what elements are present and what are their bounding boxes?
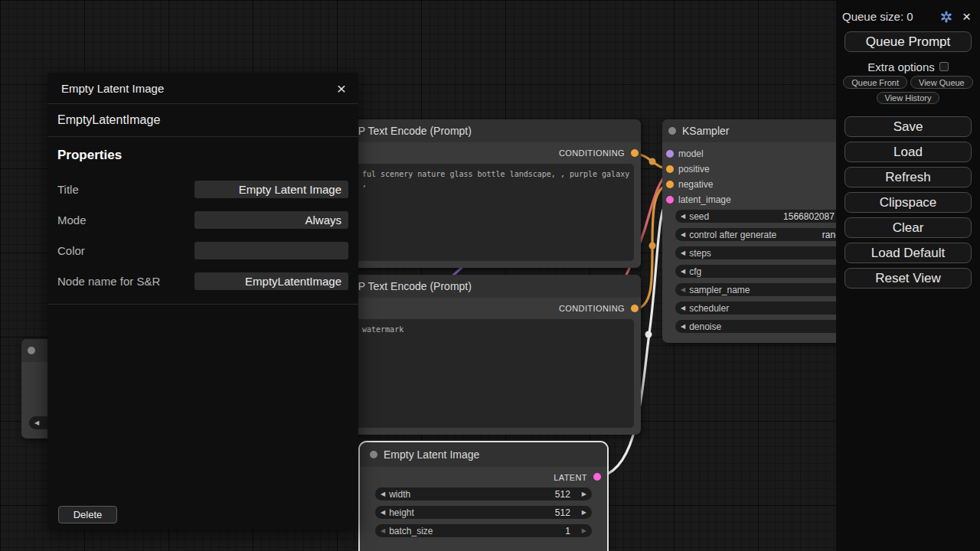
property-label: Node name for S&R bbox=[57, 275, 160, 288]
extra-options-checkbox[interactable] bbox=[939, 62, 949, 71]
input-label: latent_image bbox=[678, 194, 731, 205]
input-label: model bbox=[678, 148, 704, 159]
widget-name: denoise bbox=[689, 321, 721, 332]
node-title: KSampler bbox=[682, 125, 729, 137]
queue-prompt-button[interactable]: Queue Prompt bbox=[844, 31, 972, 52]
extra-options-row: Extra options bbox=[836, 60, 980, 73]
prompt-textarea[interactable]: watermark bbox=[328, 319, 634, 428]
node-name-input[interactable]: EmptyLatentImage bbox=[194, 272, 348, 290]
color-input[interactable] bbox=[194, 242, 348, 259]
mode-select[interactable]: Always bbox=[194, 211, 348, 229]
collapse-dot-icon[interactable] bbox=[370, 451, 377, 458]
property-value: EmptyLatentImage bbox=[245, 275, 341, 288]
node-header[interactable]: CLIP Text Encode (Prompt) bbox=[322, 119, 641, 142]
output-slot-row: CONDITIONING bbox=[322, 142, 641, 164]
positive-input-dot[interactable] bbox=[666, 165, 674, 173]
property-label: Color bbox=[57, 244, 85, 257]
widget-value: 1566802087 bbox=[783, 211, 835, 222]
load-button[interactable]: Load bbox=[844, 142, 972, 162]
decrement-arrow-icon[interactable]: ◀ bbox=[381, 510, 385, 516]
clipspace-button[interactable]: Clipspace bbox=[844, 192, 972, 213]
node-clip-text-encode-negative[interactable]: CLIP Text Encode (Prompt) CONDITIONING w… bbox=[322, 275, 641, 435]
widget-value: 512 bbox=[555, 507, 570, 518]
width-widget[interactable]: ◀ width 512 ▶ bbox=[375, 487, 592, 500]
increment-arrow-icon[interactable]: ▶ bbox=[582, 491, 586, 497]
title-input[interactable]: Empty Latent Image bbox=[194, 181, 348, 198]
conditioning-output-dot[interactable] bbox=[631, 305, 639, 312]
node-title: CLIP Text Encode (Prompt) bbox=[341, 125, 472, 137]
prompt-textarea[interactable]: ful scenery nature glass bottle landscap… bbox=[328, 164, 634, 261]
property-row-title: Title Empty Latent Image bbox=[47, 174, 358, 204]
decrement-arrow-icon[interactable]: ◀ bbox=[681, 250, 685, 256]
clear-button[interactable]: Clear bbox=[844, 217, 972, 238]
output-label: CONDITIONING bbox=[559, 304, 625, 313]
widget-name: width bbox=[389, 489, 410, 500]
height-widget[interactable]: ◀ height 512 ▶ bbox=[375, 506, 592, 519]
queue-front-button[interactable]: Queue Front bbox=[843, 76, 907, 89]
delete-node-button[interactable]: Delete bbox=[58, 506, 117, 523]
save-button[interactable]: Save bbox=[844, 116, 972, 137]
comfy-menu: Queue size: 0 × Queue Prompt Extra optio… bbox=[836, 0, 980, 551]
property-row-mode: Mode Always bbox=[47, 204, 358, 235]
decrement-arrow-icon[interactable]: ◀ bbox=[681, 305, 685, 311]
output-slot-row: CONDITIONING bbox=[322, 298, 641, 319]
decrement-arrow-icon[interactable]: ◀ bbox=[381, 528, 385, 534]
widget-name: sampler_name bbox=[689, 285, 750, 295]
negative-input-dot[interactable] bbox=[666, 181, 674, 188]
decrement-arrow-icon[interactable]: ◀ bbox=[681, 287, 685, 293]
decrement-arrow-icon[interactable]: ◀ bbox=[681, 269, 685, 275]
model-input-dot[interactable] bbox=[666, 150, 674, 158]
refresh-button[interactable]: Refresh bbox=[844, 167, 972, 187]
property-label: Title bbox=[57, 183, 79, 196]
node-properties-panel: Empty Latent Image × EmptyLatentImage Pr… bbox=[47, 73, 358, 530]
queue-size-label: Queue size: 0 bbox=[842, 10, 930, 23]
decrement-arrow-icon[interactable]: ◀ bbox=[681, 232, 685, 238]
widget-name: seed bbox=[689, 211, 709, 222]
settings-gear-icon[interactable] bbox=[940, 11, 952, 23]
collapse-dot-icon[interactable] bbox=[668, 127, 676, 135]
batch-size-widget[interactable]: ◀ batch_size 1 ▶ bbox=[375, 524, 592, 537]
decrement-arrow-icon[interactable]: ◀ bbox=[681, 214, 685, 220]
menu-header: Queue size: 0 × bbox=[836, 0, 980, 24]
reset-view-button[interactable]: Reset View bbox=[844, 268, 972, 289]
widget-name: scheduler bbox=[689, 303, 729, 314]
input-label: negative bbox=[678, 179, 713, 190]
decrement-arrow-icon[interactable]: ◀ bbox=[381, 491, 385, 497]
property-value: Empty Latent Image bbox=[239, 183, 341, 196]
latent-image-input-dot[interactable] bbox=[666, 196, 674, 204]
view-queue-button[interactable]: View Queue bbox=[910, 76, 973, 89]
link-midpoint-dot bbox=[645, 331, 652, 338]
node-clip-text-encode-positive[interactable]: CLIP Text Encode (Prompt) CONDITIONING f… bbox=[322, 119, 641, 268]
node-title: CLIP Text Encode (Prompt) bbox=[341, 280, 472, 292]
node-empty-latent-image[interactable]: Empty Latent Image LATENT ◀ width 512 ▶ … bbox=[360, 442, 607, 551]
prompt-text: ful scenery nature glass bottle landscap… bbox=[362, 169, 634, 189]
increment-arrow-icon[interactable]: ▶ bbox=[582, 528, 586, 534]
link-midpoint-dot bbox=[649, 243, 656, 249]
close-icon[interactable]: × bbox=[337, 80, 346, 96]
property-value: Always bbox=[305, 214, 341, 227]
node-header[interactable]: Empty Latent Image bbox=[360, 442, 607, 467]
panel-header: Empty Latent Image × bbox=[47, 73, 358, 104]
widget-value: 1 bbox=[565, 526, 570, 536]
latent-output-dot[interactable] bbox=[593, 473, 601, 481]
property-label: Mode bbox=[57, 214, 87, 227]
decrement-arrow-icon[interactable]: ◀ bbox=[34, 420, 39, 426]
node-title: Empty Latent Image bbox=[384, 448, 479, 461]
increment-arrow-icon[interactable]: ▶ bbox=[582, 510, 586, 516]
input-label: positive bbox=[678, 164, 710, 174]
properties-section-title: Properties bbox=[47, 137, 358, 166]
node-header[interactable]: CLIP Text Encode (Prompt) bbox=[322, 275, 641, 298]
conditioning-output-dot[interactable] bbox=[631, 149, 639, 157]
collapse-dot-icon[interactable] bbox=[28, 347, 35, 354]
app: ◀ CLIP Text Encode (Prompt) CONDITIONING… bbox=[0, 0, 980, 551]
widget-name: control after generate bbox=[689, 230, 776, 240]
property-row-color: Color bbox=[47, 235, 358, 266]
node-type-name: EmptyLatentImage bbox=[47, 104, 358, 137]
decrement-arrow-icon[interactable]: ◀ bbox=[681, 324, 685, 330]
view-history-button[interactable]: View History bbox=[877, 92, 940, 104]
close-icon[interactable]: × bbox=[962, 9, 971, 24]
load-default-button[interactable]: Load Default bbox=[844, 243, 972, 263]
widget-name: batch_size bbox=[389, 526, 433, 536]
divider bbox=[47, 304, 358, 305]
widget-name: cfg bbox=[689, 266, 701, 277]
